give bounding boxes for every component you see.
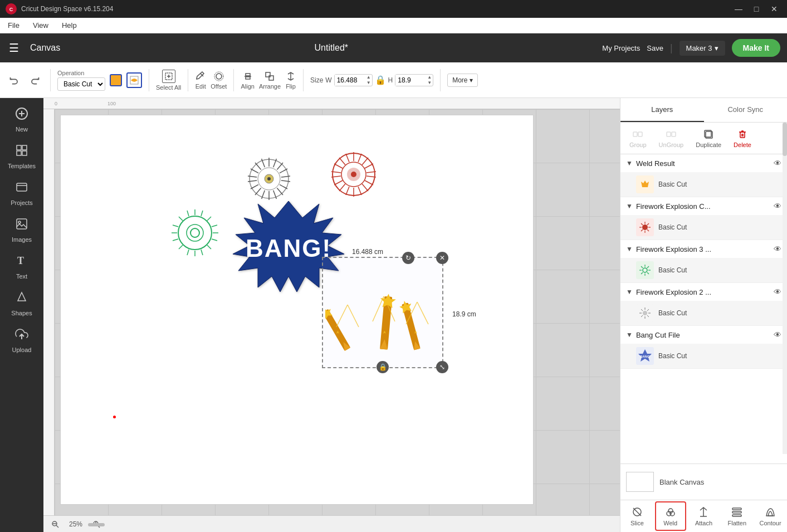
blank-canvas-label: Blank Canvas — [659, 478, 704, 486]
sidebar-item-shapes[interactable]: Shapes — [2, 286, 41, 321]
svg-rect-119 — [638, 132, 642, 136]
undo-button[interactable] — [6, 72, 23, 88]
bang-item[interactable]: BANG Basic Cut — [620, 344, 787, 368]
svg-line-144 — [647, 266, 649, 268]
make-it-button[interactable]: Make It — [732, 39, 780, 57]
sidebar-item-new[interactable]: New — [2, 103, 41, 137]
svg-point-49 — [267, 177, 271, 180]
layers-list[interactable]: ▼ Weld Result 👁 Basic Cut ▼ Firework Exp… — [620, 154, 787, 463]
menu-help[interactable]: Help — [60, 20, 79, 31]
sidebar-item-projects[interactable]: Projects — [2, 176, 41, 211]
delete-label: Delete — [734, 141, 751, 148]
menu-file[interactable]: File — [6, 20, 22, 31]
svg-line-80 — [207, 245, 211, 249]
undo-redo-group — [6, 72, 43, 88]
canvas-area[interactable]: BANG! ✕ ↻ 🔒 ⤡ — [55, 109, 620, 515]
svg-line-75 — [201, 211, 203, 216]
firework-2-item[interactable]: Basic Cut — [620, 301, 787, 325]
bang-eye-icon[interactable]: 👁 — [774, 330, 781, 339]
group-button[interactable]: Group — [625, 126, 651, 150]
svg-line-41 — [255, 188, 261, 195]
toolbar-divider-3 — [188, 69, 188, 91]
svg-line-33 — [280, 169, 287, 173]
weld-button[interactable]: Weld — [654, 500, 687, 532]
flip-group[interactable]: Flip — [285, 71, 296, 90]
firework-3-eye-icon[interactable]: 👁 — [774, 245, 781, 253]
hamburger-menu[interactable]: ☰ — [7, 39, 21, 57]
svg-rect-19 — [17, 151, 21, 155]
firework-c-eye-icon[interactable]: 👁 — [774, 202, 781, 211]
zoom-out-button[interactable] — [49, 518, 61, 530]
menu-view[interactable]: View — [31, 20, 51, 31]
text-icon: T — [15, 254, 28, 271]
weld-eye-icon[interactable]: 👁 — [774, 159, 781, 168]
close-button[interactable]: ✕ — [767, 2, 781, 16]
firework-3-element[interactable] — [169, 207, 222, 261]
minimize-button[interactable]: — — [731, 2, 746, 16]
maker-selector[interactable]: Maker 3 ▾ — [680, 41, 725, 56]
width-down[interactable]: ▼ — [365, 80, 372, 86]
operation-select[interactable]: Basic Cut — [57, 77, 105, 91]
panel-scrollbar[interactable] — [783, 123, 787, 454]
firework-c-item[interactable]: Basic Cut — [620, 215, 787, 240]
tab-layers[interactable]: Layers — [620, 98, 704, 122]
svg-rect-13 — [269, 76, 273, 80]
offset-label: Offset — [211, 83, 227, 90]
arrange-group[interactable]: Arrange — [259, 71, 281, 90]
weld-item[interactable]: Basic Cut — [620, 172, 787, 197]
projects-icon — [15, 180, 28, 197]
firework-2-eye-icon[interactable]: 👁 — [774, 287, 781, 296]
contour-button[interactable]: Contour — [754, 500, 787, 532]
panel-scrollbar-thumb[interactable] — [783, 123, 787, 156]
firework-c-item-name: Basic Cut — [658, 223, 781, 231]
bang-chevron: ▼ — [626, 331, 633, 339]
slice-button[interactable]: Slice — [620, 500, 654, 532]
lock-icon[interactable]: 🔒 — [375, 75, 386, 85]
sidebar-item-upload[interactable]: Upload — [2, 323, 41, 358]
firework-2-element[interactable] — [327, 148, 380, 203]
maximize-button[interactable]: □ — [749, 2, 764, 16]
select-all-group[interactable]: Select All — [156, 70, 181, 91]
ungroup-button[interactable]: UnGroup — [654, 126, 688, 150]
attach-button[interactable]: Attach — [687, 500, 721, 532]
firework-3-item[interactable]: Basic Cut — [620, 258, 787, 282]
flatten-button[interactable]: Flatten — [720, 500, 754, 532]
ruler-horizontal: 0 100 — [43, 98, 620, 109]
svg-line-36 — [280, 184, 287, 189]
sidebar-item-templates[interactable]: Templates — [2, 139, 41, 174]
offset-group[interactable]: Offset — [211, 71, 227, 90]
layer-group-header-bang[interactable]: ▼ Bang Cut File 👁 — [620, 326, 787, 344]
header-right: My Projects Save | Maker 3 ▾ Make It — [602, 39, 780, 57]
height-input[interactable] — [395, 75, 426, 86]
layer-group-header-firework-2[interactable]: ▼ Firework Explosion 2 ... 👁 — [620, 283, 787, 301]
svg-line-112 — [56, 525, 58, 528]
selection-box[interactable]: ✕ ↻ 🔒 ⤡ — [322, 257, 443, 368]
weld-group-name: Weld Result — [636, 159, 770, 168]
width-up[interactable]: ▲ — [365, 75, 372, 80]
svg-point-90 — [190, 228, 199, 237]
delete-button[interactable]: Delete — [729, 126, 756, 150]
tab-color-sync[interactable]: Color Sync — [704, 98, 788, 122]
height-down[interactable]: ▼ — [426, 80, 433, 86]
svg-rect-12 — [266, 72, 270, 77]
duplicate-button[interactable]: Duplicate — [691, 126, 726, 150]
sidebar-item-images[interactable]: Images — [2, 213, 41, 247]
color-swatch[interactable] — [110, 74, 122, 86]
layer-group-header-weld[interactable]: ▼ Weld Result 👁 — [620, 154, 787, 172]
save-button[interactable]: Save — [647, 44, 663, 52]
my-projects-button[interactable]: My Projects — [602, 44, 640, 52]
height-up[interactable]: ▲ — [426, 75, 433, 80]
layer-group-header-firework-3[interactable]: ▼ Firework Explosion 3 ... 👁 — [620, 240, 787, 258]
edit-group[interactable]: Edit — [195, 71, 206, 90]
svg-rect-163 — [732, 508, 741, 510]
svg-line-104 — [373, 296, 384, 321]
redo-button[interactable] — [26, 72, 43, 88]
sidebar-item-text[interactable]: T Text — [2, 250, 41, 284]
svg-line-81 — [201, 250, 203, 255]
width-input[interactable] — [335, 75, 365, 86]
layer-group-header-firework-c[interactable]: ▼ Firework Explosion C... 👁 — [620, 197, 787, 215]
color-preview[interactable] — [126, 72, 142, 88]
more-button[interactable]: More ▾ — [447, 74, 478, 87]
align-group[interactable]: Align — [241, 71, 254, 90]
document-title: Untitled* — [67, 43, 595, 53]
